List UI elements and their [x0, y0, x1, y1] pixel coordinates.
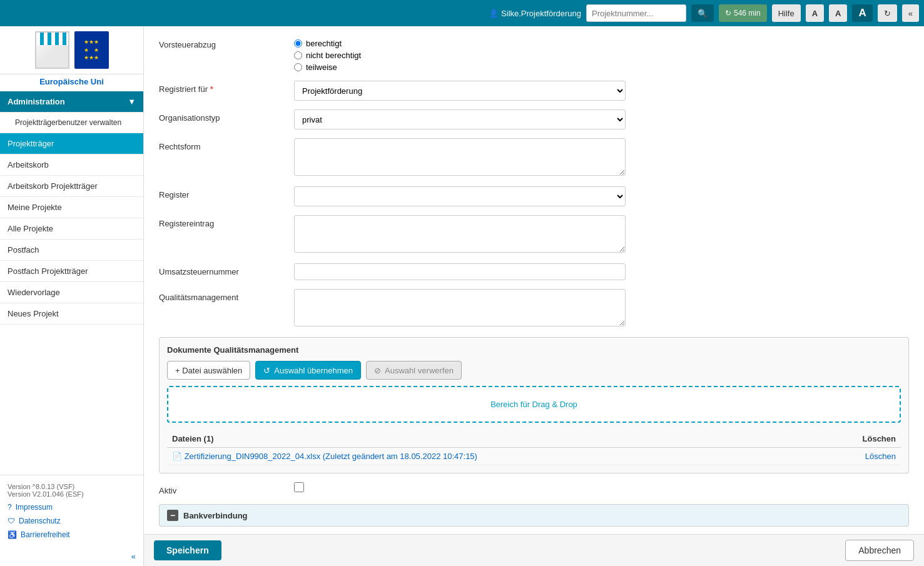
timer-label: 546 min: [734, 9, 761, 18]
sidebar-item-alle-projekte[interactable]: Alle Projekte: [0, 218, 143, 240]
discard-icon: ⊘: [374, 366, 381, 375]
registriert-fuer-control: Projektförderung: [294, 81, 626, 101]
sidebar-item-meine-projekte[interactable]: Meine Projekte: [0, 197, 143, 218]
radio-berechtigt-input[interactable]: [294, 39, 302, 48]
sidebar-item-postfach[interactable]: Postfach: [0, 240, 143, 261]
sidebar-item-arbeitskorb[interactable]: Arbeitskorb: [0, 154, 143, 176]
refresh-button[interactable]: ↻: [878, 4, 897, 22]
files-header-delete: Löschen: [812, 430, 901, 448]
bankverbindung-title: Bankverbindung: [183, 511, 248, 520]
files-table-header-row: Dateien (1) Löschen: [167, 430, 901, 448]
sidebar-item-label: Meine Projekte: [8, 203, 62, 212]
registereintrag-label: Registereintrag: [159, 215, 284, 228]
font-medium-button[interactable]: A: [829, 4, 847, 22]
eu-label: Europäische Uni: [0, 74, 143, 91]
rechtsform-label: Rechtsform: [159, 138, 284, 151]
radio-teilweise[interactable]: teilweise: [294, 63, 626, 72]
file-link[interactable]: Zertifizierung_DIN9908_2022_04.xlsx (Zul…: [185, 452, 477, 461]
register-control: [294, 186, 626, 206]
vorsteuerabzug-label: Vorsteuerabzug: [159, 36, 284, 49]
impressum-link[interactable]: ? Impressum: [8, 500, 136, 514]
sidebar-item-label: Neues Projekt: [8, 309, 59, 318]
project-number-input[interactable]: [586, 4, 686, 22]
user-icon: 👤: [489, 9, 499, 18]
bankverbindung-section: − Bankverbindung: [159, 504, 909, 527]
sidebar-item-administration[interactable]: Administration ▼: [0, 91, 143, 113]
sidebar-item-label: Postfach Projektträger: [8, 266, 88, 276]
hilfe-button[interactable]: Hilfe: [772, 4, 801, 22]
file-row: 📄 Zertifizierung_DIN9908_2022_04.xlsx (Z…: [167, 448, 901, 465]
sidebar-item-label: Arbeitskorb Projektträger: [8, 181, 98, 191]
aktiv-checkbox[interactable]: [294, 482, 304, 492]
dokumente-section: Dokumente Qualitätsmanagement + Datei au…: [159, 337, 909, 473]
accept-selection-button[interactable]: ↺ Auswahl übernehmen: [255, 361, 361, 380]
qualitaetsmanagement-control: [294, 289, 626, 328]
sidebar: Europäische Uni Administration ▼ Projekt…: [0, 26, 144, 566]
font-small-button[interactable]: A: [806, 4, 824, 22]
cancel-button[interactable]: Abbrechen: [845, 540, 914, 561]
sidebar-item-wiedervorlage[interactable]: Wiedervorlage: [0, 282, 143, 303]
radio-teilweise-input[interactable]: [294, 63, 302, 71]
save-button[interactable]: Speichern: [154, 540, 221, 560]
datenschutz-link[interactable]: 🛡 Datenschutz: [8, 514, 136, 528]
register-select[interactable]: [294, 186, 626, 206]
organisationstyp-group: Organisationstyp privat öffentlich: [159, 109, 909, 129]
aktiv-group: Aktiv: [159, 482, 909, 495]
discard-selection-button[interactable]: ⊘ Auswahl verwerfen: [366, 361, 462, 380]
barrierefreiheit-link[interactable]: ♿ Barrierefreiheit: [8, 528, 136, 542]
sidebar-item-neues-projekt[interactable]: Neues Projekt: [0, 303, 143, 325]
umsatzsteuernummer-control: [294, 263, 626, 280]
collapse-bank-icon: −: [167, 510, 178, 521]
registereintrag-control: [294, 215, 626, 255]
vorsteuerabzug-radio-group: berechtigt nicht berechtigt teilweise: [294, 36, 626, 72]
radio-nicht-berechtigt[interactable]: nicht berechtigt: [294, 51, 626, 60]
hilfe-label: Hilfe: [778, 9, 795, 18]
sidebar-item-projekttraegerbenutzer[interactable]: Projektträgerbenutzer verwalten: [0, 113, 143, 133]
search-button[interactable]: 🔍: [691, 4, 714, 22]
add-file-button[interactable]: + Datei auswählen: [167, 361, 250, 380]
organisationstyp-select[interactable]: privat öffentlich: [294, 109, 626, 129]
aktiv-control: [294, 482, 626, 492]
main-content: Vorsteuerabzug berechtigt nicht berechti…: [144, 26, 924, 566]
qualitaetsmanagement-textarea[interactable]: [294, 289, 626, 326]
registereintrag-textarea[interactable]: [294, 215, 626, 253]
register-group: Register: [159, 186, 909, 206]
discard-label: Auswahl verwerfen: [385, 366, 454, 375]
accept-icon: ↺: [263, 366, 270, 375]
sidebar-item-postfach-projekttraeger[interactable]: Postfach Projektträger: [0, 261, 143, 282]
qualitaetsmanagement-label: Qualitätsmanagement: [159, 289, 284, 302]
vorsteuerabzug-group: Vorsteuerabzug berechtigt nicht berechti…: [159, 36, 909, 72]
chevron-down-icon: ▼: [128, 97, 136, 106]
font-medium-label: A: [835, 9, 841, 18]
font-large-button[interactable]: A: [852, 4, 872, 22]
collapse-topbar-button[interactable]: «: [902, 4, 919, 22]
files-table: Dateien (1) Löschen 📄 Zertifizierung_DIN…: [167, 430, 901, 465]
add-file-label: + Datei auswählen: [175, 366, 242, 375]
sidebar-item-arbeitskorb-projekttraeger[interactable]: Arbeitskorb Projektträger: [0, 176, 143, 197]
umsatzsteuernummer-input[interactable]: [294, 263, 626, 280]
question-icon: ?: [8, 503, 12, 512]
umsatzsteuernummer-group: Umsatzsteuernummer: [159, 263, 909, 280]
radio-nicht-berechtigt-input[interactable]: [294, 51, 302, 59]
sidebar-logo: [0, 26, 143, 74]
sidebar-collapse-button[interactable]: «: [0, 547, 143, 566]
barrierefreiheit-label: Barrierefreiheit: [21, 530, 70, 539]
bankverbindung-header[interactable]: − Bankverbindung: [160, 505, 908, 526]
aktiv-label: Aktiv: [159, 482, 284, 495]
register-label: Register: [159, 186, 284, 200]
datenschutz-label: Datenschutz: [19, 517, 61, 525]
drag-drop-area[interactable]: Bereich für Drag & Drop: [167, 386, 901, 423]
radio-teilweise-label: teilweise: [306, 63, 337, 72]
sidebar-item-label: Administration: [8, 97, 65, 106]
timer-button[interactable]: ↻ 546 min: [719, 4, 767, 22]
radio-berechtigt[interactable]: berechtigt: [294, 39, 626, 48]
rechtsform-textarea[interactable]: [294, 138, 626, 176]
sidebar-item-projekttraeger[interactable]: Projektträger: [0, 133, 143, 154]
radio-berechtigt-label: berechtigt: [306, 39, 342, 48]
rechtsform-control: [294, 138, 626, 178]
username-label: Silke.Projektförderung: [501, 9, 581, 18]
registriert-fuer-select[interactable]: Projektförderung: [294, 81, 626, 101]
sidebar-item-label: Postfach: [8, 245, 39, 255]
delete-file-link[interactable]: Löschen: [865, 452, 896, 461]
topbar: 👤 Silke.Projektförderung 🔍 ↻ 546 min Hil…: [0, 0, 924, 26]
